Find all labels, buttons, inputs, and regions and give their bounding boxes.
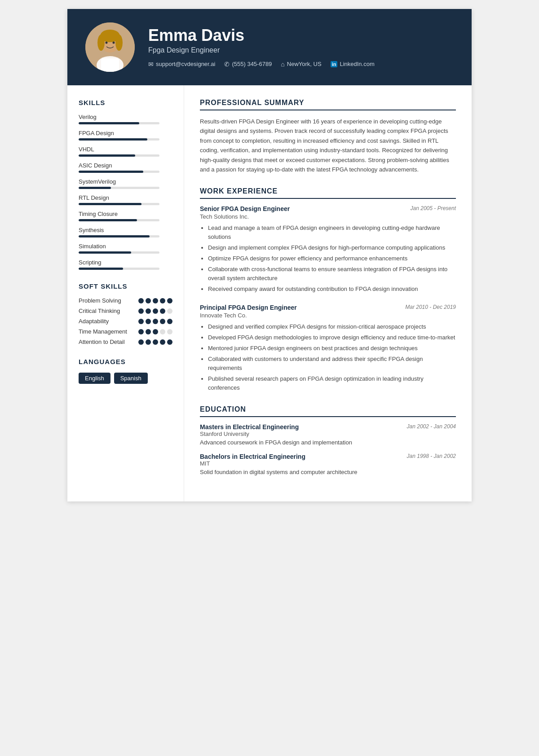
skill-item: VHDL	[79, 146, 172, 157]
education-list: Masters in Electrical Engineering Jan 20…	[200, 423, 456, 475]
skill-item: ASIC Design	[79, 162, 172, 173]
skill-bar	[79, 138, 159, 141]
job-header: Principal FPGA Design Engineer Mar 2010 …	[200, 304, 456, 311]
education-item: Masters in Electrical Engineering Jan 20…	[200, 423, 456, 446]
edu-desc: Advanced coursework in FPGA design and i…	[200, 439, 456, 446]
phone-text: (555) 345-6789	[232, 61, 272, 67]
dot	[160, 329, 165, 334]
skill-fill	[79, 187, 111, 189]
soft-skill-item: Attention to Detail	[79, 338, 172, 345]
dot	[160, 298, 165, 303]
skill-bar	[79, 154, 159, 157]
job-company: Innovate Tech Co.	[200, 312, 456, 319]
experience-section: WORK EXPERIENCE Senior FPGA Design Engin…	[200, 187, 456, 393]
job-header: Senior FPGA Design Engineer Jan 2005 - P…	[200, 205, 456, 212]
linkedin-icon: in	[331, 61, 338, 67]
resume-document: Emma Davis Fpga Design Engineer ✉ suppor…	[67, 9, 472, 501]
skill-item: SystemVerilog	[79, 178, 172, 189]
contact-list: ✉ support@cvdesigner.ai ✆ (555) 345-6789…	[148, 61, 454, 68]
skill-bar	[79, 235, 159, 237]
dots	[138, 319, 172, 324]
soft-skill-name: Attention to Detail	[79, 338, 125, 345]
edu-header: Masters in Electrical Engineering Jan 20…	[200, 423, 456, 431]
experience-title: WORK EXPERIENCE	[200, 187, 456, 199]
job-bullet: Received company award for outstanding c…	[208, 285, 456, 294]
job-title: Senior FPGA Design Engineer	[200, 205, 290, 212]
job-item: Senior FPGA Design Engineer Jan 2005 - P…	[200, 205, 456, 294]
language-tag: Spanish	[114, 373, 148, 384]
summary-text: Results-driven FPGA Design Engineer with…	[200, 117, 456, 175]
dot	[167, 329, 172, 334]
skill-name: FPGA Design	[79, 130, 172, 136]
svg-point-5	[115, 35, 123, 51]
email-contact: ✉ support@cvdesigner.ai	[148, 61, 215, 68]
candidate-name: Emma Davis	[148, 26, 454, 44]
job-bullet: Lead and manage a team of FPGA design en…	[208, 224, 456, 242]
soft-skills-list: Problem Solving Critical Thinking Adapta…	[79, 297, 172, 345]
skill-name: Verilog	[79, 114, 172, 120]
dot	[138, 298, 144, 303]
languages-section: LANGUAGES EnglishSpanish	[79, 358, 172, 384]
skill-item: Synthesis	[79, 227, 172, 237]
skills-list: Verilog FPGA Design VHDL ASIC Design Sys…	[79, 114, 172, 270]
svg-point-7	[113, 42, 115, 44]
location-text: NewYork, US	[287, 61, 322, 67]
dot	[146, 339, 151, 345]
education-item: Bachelors in Electrical Engineering Jan …	[200, 453, 456, 475]
dot	[167, 339, 172, 345]
language-tags: EnglishSpanish	[79, 373, 172, 384]
svg-point-6	[106, 42, 108, 44]
dot	[167, 319, 172, 324]
header-info: Emma Davis Fpga Design Engineer ✉ suppor…	[148, 26, 454, 68]
skill-fill	[79, 235, 150, 237]
dot	[167, 308, 172, 314]
dots	[138, 329, 172, 334]
dot	[153, 329, 158, 334]
edu-degree: Masters in Electrical Engineering	[200, 423, 299, 431]
email-icon: ✉	[148, 61, 154, 68]
skill-name: Scripting	[79, 259, 172, 266]
svg-rect-8	[101, 58, 119, 72]
job-bullet: Published several research papers on FPG…	[208, 374, 456, 392]
dot	[153, 298, 158, 303]
edu-date: Jan 2002 - Jan 2004	[407, 423, 456, 430]
dot	[138, 319, 144, 324]
skill-fill	[79, 203, 141, 205]
job-date: Mar 2010 - Dec 2019	[405, 304, 456, 310]
skill-name: SystemVerilog	[79, 178, 172, 185]
education-title: EDUCATION	[200, 405, 456, 417]
dots	[138, 308, 172, 314]
sidebar: SKILLS Verilog FPGA Design VHDL ASIC Des…	[67, 85, 184, 501]
skill-fill	[79, 154, 135, 157]
soft-skill-name: Problem Solving	[79, 297, 121, 304]
job-bullet: Optimize FPGA designs for power efficien…	[208, 254, 456, 263]
skill-item: FPGA Design	[79, 130, 172, 141]
body-section: SKILLS Verilog FPGA Design VHDL ASIC Des…	[67, 85, 472, 501]
job-bullet: Designed and verified complex FPGA desig…	[208, 322, 456, 331]
dot	[146, 319, 151, 324]
main-content: PROFESSIONAL SUMMARY Results-driven FPGA…	[184, 85, 472, 501]
job-bullet: Collaborate with cross-functional teams …	[208, 265, 456, 283]
jobs-list: Senior FPGA Design Engineer Jan 2005 - P…	[200, 205, 456, 393]
skill-bar	[79, 203, 159, 205]
skill-name: VHDL	[79, 146, 172, 153]
dot	[138, 329, 144, 334]
location-icon: ⌂	[281, 61, 284, 68]
skill-item: Timing Closure	[79, 211, 172, 221]
soft-skills-section: SOFT SKILLS Problem Solving Critical Thi…	[79, 282, 172, 345]
soft-skill-item: Critical Thinking	[79, 308, 172, 314]
skill-fill	[79, 268, 123, 270]
dot	[146, 308, 151, 314]
language-tag: English	[79, 373, 110, 384]
email-text: support@cvdesigner.ai	[156, 61, 215, 67]
skill-name: ASIC Design	[79, 162, 172, 169]
skill-fill	[79, 251, 131, 254]
skills-title: SKILLS	[79, 99, 172, 106]
dot	[160, 339, 165, 345]
skills-section: SKILLS Verilog FPGA Design VHDL ASIC Des…	[79, 99, 172, 270]
job-bullet: Design and implement complex FPGA design…	[208, 243, 456, 252]
skill-bar	[79, 122, 159, 124]
job-bullets: Designed and verified complex FPGA desig…	[200, 322, 456, 393]
dot	[160, 308, 165, 314]
dot	[160, 319, 165, 324]
